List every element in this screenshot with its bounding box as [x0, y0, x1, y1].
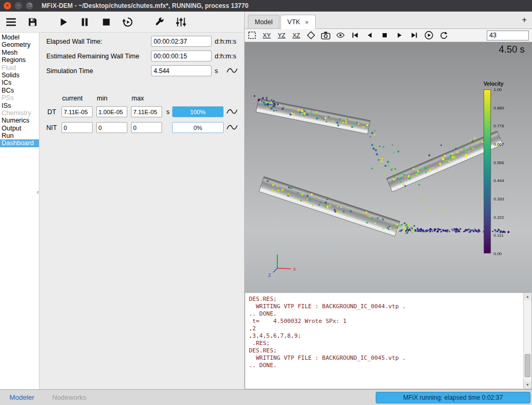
- fit-view-button[interactable]: [247, 30, 257, 40]
- menu-icon: [5, 16, 17, 28]
- pause-icon: [79, 16, 91, 28]
- console-scrollbar[interactable]: ▲ ▼: [523, 293, 531, 389]
- modeler-mode-button[interactable]: Modeler: [6, 393, 37, 402]
- add-tab-button[interactable]: +: [522, 15, 527, 25]
- remaining-wall-time-input[interactable]: [151, 50, 212, 62]
- dt-current-input[interactable]: [62, 106, 93, 117]
- parameters-button[interactable]: [173, 14, 189, 31]
- simulation-time-plot-button[interactable]: [225, 65, 239, 76]
- tab-model[interactable]: Model: [248, 15, 279, 28]
- run-button[interactable]: [55, 14, 72, 31]
- nit-current-input[interactable]: [62, 122, 93, 133]
- next-frame-icon: [395, 31, 404, 39]
- play-button[interactable]: [424, 30, 434, 40]
- reset-button[interactable]: [119, 14, 136, 31]
- window-title: MFiX-DEM - ~/Desktop/chutes/chutes.mfx*,…: [42, 2, 248, 9]
- colorbar-tick-label: 0.111: [494, 233, 504, 238]
- first-frame-button[interactable]: [350, 30, 360, 40]
- scrollbar-thumb[interactable]: [525, 354, 530, 377]
- save-button[interactable]: [24, 14, 41, 31]
- sidebar-item-ics[interactable]: ICs: [0, 79, 39, 86]
- colorbar-tick-label: 0.444: [494, 178, 504, 183]
- play-icon: [57, 16, 69, 28]
- colorbar-tick-label: 0.222: [494, 215, 504, 219]
- dt-min-input[interactable]: [96, 106, 127, 117]
- simulation-time-input[interactable]: [151, 65, 212, 76]
- wrench-icon: [154, 16, 165, 28]
- window-minimize-button[interactable]: −: [15, 2, 22, 9]
- frame-number-input[interactable]: [487, 31, 529, 40]
- menu-button[interactable]: [3, 14, 19, 31]
- sidebar-item-geometry[interactable]: Geometry: [0, 41, 39, 48]
- next-frame-button[interactable]: [394, 30, 405, 40]
- sidebar-item-solids[interactable]: Solids: [0, 72, 39, 79]
- stop-button[interactable]: [98, 14, 115, 31]
- titlebar: ✕ − ❐ MFiX-DEM - ~/Desktop/chutes/chutes…: [0, 0, 532, 12]
- perspective-button[interactable]: [306, 30, 316, 40]
- elapsed-wall-time-input[interactable]: [151, 36, 212, 47]
- refresh-icon: [439, 31, 448, 40]
- sidebar-item-chemistry: Chemistry: [0, 109, 39, 117]
- stop-playback-button[interactable]: [379, 30, 390, 40]
- elapsed-wall-time-label: Elapsed Wall Time:: [46, 38, 103, 45]
- dashboard-panel: Elapsed Wall Time: d:h:m:s Estimated Rem…: [39, 33, 244, 389]
- nit-progress-text: 0%: [173, 123, 223, 133]
- right-panel-tabbar: Model VTK × +: [245, 12, 532, 29]
- sidebar-item-bcs[interactable]: BCs: [0, 87, 39, 94]
- last-frame-button[interactable]: [409, 30, 419, 40]
- stop-icon: [380, 31, 389, 39]
- nit-max-input[interactable]: [131, 122, 162, 133]
- scroll-down-icon[interactable]: ▼: [524, 381, 531, 389]
- last-frame-icon: [410, 31, 418, 39]
- nit-plot-button[interactable]: [225, 122, 239, 133]
- console-panel[interactable]: DES.RES; WRITING VTP FILE : BACKGROUND_I…: [245, 292, 532, 389]
- pause-button[interactable]: [76, 14, 93, 31]
- eye-icon: [336, 32, 345, 39]
- stop-icon: [101, 16, 112, 28]
- sidebar-item-model[interactable]: Model: [0, 34, 39, 41]
- sidebar-item-mesh[interactable]: Mesh: [0, 49, 39, 56]
- nit-min-input[interactable]: [96, 122, 127, 133]
- dt-row-label: DT: [47, 108, 56, 116]
- nodeworks-mode-button[interactable]: Nodeworks: [49, 393, 89, 402]
- tab-model-label: Model: [255, 16, 273, 28]
- colorbar-tick-label: 0.889: [494, 105, 504, 110]
- colorbar: Velocity 1.000.8890.7780.6670.5560.4440.…: [484, 81, 514, 88]
- sidebar-item-pss: PSs: [0, 94, 39, 102]
- plane-xy-button[interactable]: XY: [262, 30, 272, 40]
- settings-button[interactable]: [151, 14, 168, 31]
- tab-close-icon[interactable]: ×: [305, 19, 309, 26]
- window-close-button[interactable]: ✕: [4, 2, 11, 9]
- sidebar-item-regions[interactable]: Regions: [0, 56, 39, 64]
- plane-xz-button[interactable]: XZ: [291, 30, 302, 40]
- sliders-icon: [175, 16, 187, 28]
- sidebar-item-output[interactable]: Output: [0, 125, 39, 132]
- sidebar-item-iss[interactable]: ISs: [0, 102, 39, 109]
- sidebar-item-run[interactable]: Run: [0, 132, 39, 139]
- scroll-up-icon[interactable]: ▲: [524, 293, 531, 300]
- snapshot-button[interactable]: [320, 30, 331, 40]
- prev-frame-icon: [366, 31, 374, 39]
- main-toolbar: [0, 12, 244, 33]
- prev-frame-button[interactable]: [365, 30, 375, 40]
- table-header-max: max: [132, 95, 144, 102]
- first-frame-icon: [351, 31, 359, 39]
- colorbar-tick-label: 1.00: [494, 87, 502, 92]
- sidebar-item-dashboard[interactable]: Dashboard: [0, 139, 39, 147]
- simulation-time-unit: s: [215, 67, 218, 75]
- remaining-wall-time-label: Estimated Remaining Wall Time: [46, 53, 139, 60]
- sidebar-collapse-handle[interactable]: ‹: [37, 188, 39, 196]
- dt-plot-button[interactable]: [225, 106, 239, 117]
- plane-yz-button[interactable]: YZ: [276, 30, 287, 40]
- reset-icon: [122, 16, 134, 28]
- refresh-button[interactable]: [438, 30, 449, 40]
- statusbar: Modeler Nodeworks MFiX running: elapsed …: [0, 389, 532, 405]
- sidebar-item-fluid: Fluid: [0, 64, 39, 72]
- elapsed-wall-time-unit: d:h:m:s: [215, 38, 236, 45]
- dt-max-input[interactable]: [131, 106, 162, 117]
- tab-vtk[interactable]: VTK ×: [280, 15, 316, 29]
- window-maximize-button[interactable]: ❐: [26, 2, 33, 9]
- sidebar-item-numerics[interactable]: Numerics: [0, 117, 39, 124]
- colorbar-title: Velocity: [484, 81, 514, 87]
- visibility-button[interactable]: [335, 30, 346, 40]
